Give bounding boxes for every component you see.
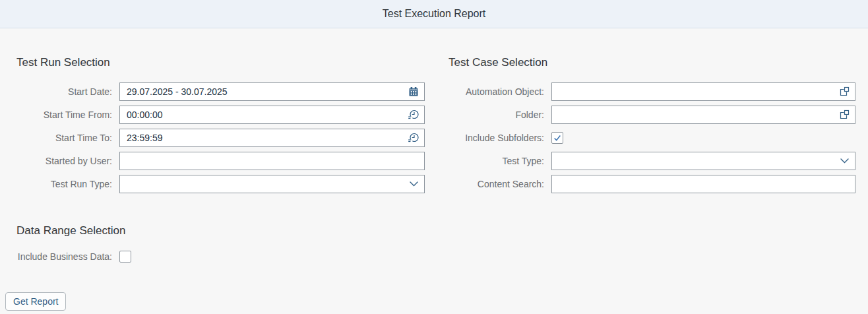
value-help-icon[interactable] xyxy=(834,106,855,123)
started-by-user-label: Started by User: xyxy=(13,156,112,167)
content-search-input[interactable] xyxy=(552,175,855,193)
test-type-input[interactable] xyxy=(552,152,834,170)
start-time-from-field[interactable] xyxy=(119,106,425,124)
start-time-from-input[interactable] xyxy=(120,106,403,123)
content-search-field[interactable] xyxy=(551,175,855,193)
chevron-down-icon[interactable] xyxy=(834,152,855,170)
test-run-selection-heading: Test Run Selection xyxy=(16,57,425,69)
data-range-selection-heading: Data Range Selection xyxy=(16,225,131,237)
start-date-field[interactable] xyxy=(119,82,425,101)
automation-object-label: Automation Object: xyxy=(449,86,544,98)
form-row-folder: Folder: xyxy=(449,106,855,124)
form-row-test-type: Test Type: xyxy=(449,152,855,170)
start-time-from-label: Start Time From: xyxy=(13,110,112,121)
clock-icon[interactable] xyxy=(403,106,424,123)
start-time-to-field[interactable] xyxy=(119,129,425,147)
start-time-to-input[interactable] xyxy=(120,129,403,146)
get-report-button[interactable]: Get Report xyxy=(5,292,66,311)
form-row-automation-object: Automation Object: xyxy=(449,82,855,101)
include-business-data-checkbox[interactable] xyxy=(119,251,131,263)
form-row-start-time-from: Start Time From: xyxy=(13,106,425,124)
include-subfolders-label: Include Subfolders: xyxy=(449,133,544,144)
section-data-range-selection: Data Range Selection Include Business Da… xyxy=(13,225,131,279)
start-date-label: Start Date: xyxy=(13,86,112,98)
content-search-label: Content Search: xyxy=(449,179,544,190)
include-subfolders-checkbox[interactable] xyxy=(551,132,563,144)
value-help-icon[interactable] xyxy=(834,83,855,100)
test-run-type-select[interactable] xyxy=(119,175,425,193)
test-type-label: Test Type: xyxy=(449,156,544,167)
form-row-content-search: Content Search: xyxy=(449,175,855,193)
start-date-input[interactable] xyxy=(120,83,403,100)
clock-icon[interactable] xyxy=(403,129,424,146)
start-time-to-label: Start Time To: xyxy=(13,133,112,144)
page-header: Test Execution Report xyxy=(0,0,868,28)
chevron-down-icon[interactable] xyxy=(403,175,424,193)
form-row-include-business-data: Include Business Data: xyxy=(13,251,131,274)
folder-field[interactable] xyxy=(551,106,855,124)
section-test-run-selection: Test Run Selection Start Date: Start Tim xyxy=(13,57,425,198)
test-case-selection-heading: Test Case Selection xyxy=(449,57,855,69)
page-title: Test Execution Report xyxy=(383,8,486,20)
include-business-data-label: Include Business Data: xyxy=(13,251,112,263)
form-row-start-date: Start Date: xyxy=(13,82,425,101)
test-type-select[interactable] xyxy=(551,152,855,170)
folder-input[interactable] xyxy=(552,106,834,123)
form-row-include-subfolders: Include Subfolders: xyxy=(449,129,855,147)
automation-object-input[interactable] xyxy=(552,83,834,100)
started-by-user-field[interactable] xyxy=(119,152,425,170)
started-by-user-input[interactable] xyxy=(120,152,424,170)
form-row-start-time-to: Start Time To: xyxy=(13,129,425,147)
form-row-started-by-user: Started by User: xyxy=(13,152,425,170)
test-run-type-label: Test Run Type: xyxy=(13,179,112,190)
calendar-icon[interactable] xyxy=(403,83,424,100)
automation-object-field[interactable] xyxy=(551,82,855,101)
test-run-type-input[interactable] xyxy=(120,175,403,193)
section-test-case-selection: Test Case Selection Automation Object: F… xyxy=(449,57,855,198)
folder-label: Folder: xyxy=(449,110,544,121)
form-row-test-run-type: Test Run Type: xyxy=(13,175,425,193)
